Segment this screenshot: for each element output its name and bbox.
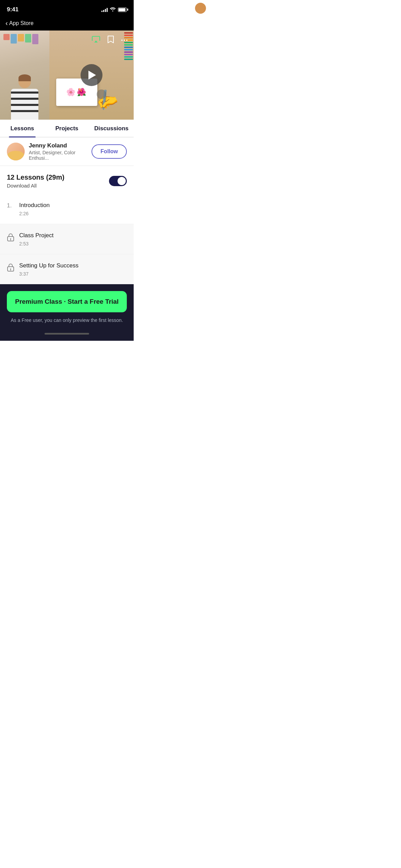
tab-discussions[interactable]: Discussions bbox=[89, 120, 134, 137]
status-bar: 9:41 bbox=[0, 0, 134, 17]
nav-bar: ‹ App Store bbox=[0, 17, 134, 31]
lesson-item[interactable]: 1. Introduction 2:26 bbox=[0, 194, 134, 224]
lesson-title: Introduction bbox=[19, 202, 127, 209]
video-toolbar: ··· bbox=[0, 31, 134, 50]
status-icons bbox=[101, 7, 127, 13]
toggle-thumb bbox=[118, 177, 126, 185]
lock-icon bbox=[7, 262, 19, 272]
lesson-item: Setting Up for Success 3:37 bbox=[0, 254, 134, 284]
lessons-header: 12 Lessons (29m) Download All bbox=[0, 166, 134, 194]
hero-section: 🌸🌺 ✍️ ··· bbox=[0, 31, 134, 120]
more-options-icon[interactable]: ··· bbox=[121, 36, 128, 45]
lesson-number: 1. bbox=[7, 202, 19, 209]
instructor-title: Artist, Designer, Color Enthusi... bbox=[29, 150, 92, 161]
start-trial-button[interactable]: Premium Class · Start a Free Trial bbox=[7, 291, 127, 312]
lock-icon bbox=[7, 232, 19, 241]
wifi-icon bbox=[110, 7, 116, 13]
bookmark-icon[interactable] bbox=[107, 35, 114, 45]
back-button[interactable]: ‹ App Store bbox=[5, 19, 34, 27]
lesson-info: Setting Up for Success 3:37 bbox=[19, 262, 127, 277]
battery-icon bbox=[118, 8, 127, 12]
download-label: Download All bbox=[7, 183, 64, 189]
download-toggle[interactable] bbox=[109, 176, 127, 186]
status-time: 9:41 bbox=[7, 6, 19, 13]
instructor-row: Jenny Koland Artist, Designer, Color Ent… bbox=[0, 137, 134, 166]
instructor-info: Jenny Koland Artist, Designer, Color Ent… bbox=[29, 142, 92, 161]
lesson-duration: 2:53 bbox=[19, 241, 127, 246]
lesson-info: Class Project 2:53 bbox=[19, 232, 127, 246]
avatar bbox=[7, 143, 25, 160]
follow-button[interactable]: Follow bbox=[92, 144, 127, 159]
tab-projects[interactable]: Projects bbox=[45, 120, 89, 137]
play-button[interactable] bbox=[81, 64, 102, 86]
lesson-item: Class Project 2:53 bbox=[0, 224, 134, 254]
bottom-cta: Premium Class · Start a Free Trial As a … bbox=[0, 284, 134, 329]
lessons-title: 12 Lessons (29m) bbox=[7, 173, 64, 181]
home-indicator bbox=[0, 329, 134, 341]
instructor-name: Jenny Koland bbox=[29, 142, 92, 149]
tab-bar: Lessons Projects Discussions bbox=[0, 120, 134, 137]
cta-subtitle: As a Free user, you can only preview the… bbox=[7, 317, 127, 324]
home-bar bbox=[45, 333, 89, 335]
play-icon bbox=[88, 71, 96, 80]
lesson-info: Introduction 2:26 bbox=[19, 202, 127, 216]
airplay-icon[interactable] bbox=[92, 36, 100, 45]
toggle-track[interactable] bbox=[109, 176, 127, 186]
tab-lessons[interactable]: Lessons bbox=[0, 120, 45, 137]
lesson-duration: 2:26 bbox=[19, 211, 127, 216]
signal-icon bbox=[101, 7, 108, 12]
lesson-title: Class Project bbox=[19, 232, 127, 239]
lesson-duration: 3:37 bbox=[19, 271, 127, 277]
lesson-title: Setting Up for Success bbox=[19, 262, 127, 269]
